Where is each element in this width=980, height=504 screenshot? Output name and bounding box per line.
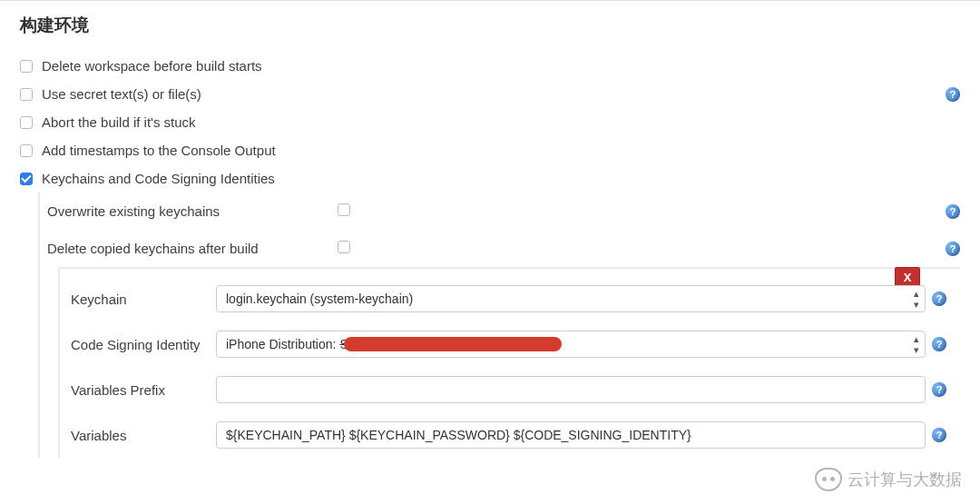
variables-label: Variables — [71, 428, 216, 443]
chevron-updown-icon: ▴▾ — [914, 289, 919, 310]
code-signing-select[interactable]: iPhone Distribution: Shanghai Lichong In… — [216, 331, 926, 358]
use-secret-checkbox[interactable] — [20, 88, 33, 101]
abort-stuck-label: Abort the build if it's stuck — [42, 114, 196, 130]
use-secret-row-wrap: Use secret text(s) or file(s) ? — [20, 80, 960, 108]
help-icon[interactable]: ? — [932, 337, 946, 351]
keychain-entry-panel: X Keychain login.keychain (system-keycha… — [58, 267, 960, 458]
variables-row: Variables ${KEYCHAIN_PATH} ${KEYCHAIN_PA… — [60, 412, 960, 458]
use-secret-label: Use secret text(s) or file(s) — [42, 86, 201, 102]
code-signing-select-value: iPhone Distribution: — [226, 337, 336, 351]
add-timestamps-row[interactable]: Add timestamps to the Console Output — [20, 136, 960, 164]
help-icon[interactable]: ? — [946, 87, 960, 102]
delete-keychains-after-row: Delete copied keychains after build ? — [40, 230, 960, 267]
variables-prefix-label: Variables Prefix — [71, 382, 216, 398]
redaction-mark — [344, 337, 562, 351]
abort-stuck-row[interactable]: Abort the build if it's stuck — [20, 108, 960, 136]
variables-input[interactable]: ${KEYCHAIN_PATH} ${KEYCHAIN_PASSWORD} ${… — [216, 421, 926, 449]
help-icon[interactable]: ? — [932, 382, 946, 397]
chevron-updown-icon: ▴▾ — [914, 334, 919, 355]
watermark-text: 云计算与大数据 — [848, 469, 962, 490]
help-icon[interactable]: ? — [932, 292, 946, 306]
code-signing-label: Code Signing Identity — [71, 337, 216, 352]
wechat-icon — [815, 468, 842, 491]
keychain-select[interactable]: login.keychain (system-keychain) ▴▾ — [216, 285, 926, 312]
watermark: 云计算与大数据 — [815, 468, 962, 491]
overwrite-keychains-label: Overwrite existing keychains — [47, 203, 338, 219]
help-icon[interactable]: ? — [946, 204, 960, 219]
keychain-select-value: login.keychain (system-keychain) — [226, 292, 413, 306]
keychain-label: Keychain — [71, 292, 216, 307]
add-timestamps-checkbox[interactable] — [20, 144, 33, 157]
variables-value: ${KEYCHAIN_PATH} ${KEYCHAIN_PASSWORD} ${… — [226, 428, 691, 442]
remove-entry-button[interactable]: X — [895, 267, 920, 287]
abort-stuck-checkbox[interactable] — [20, 116, 33, 129]
keychains-checkbox[interactable] — [20, 173, 33, 185]
section-title: 构建环境 — [20, 14, 960, 37]
help-icon[interactable]: ? — [932, 428, 946, 442]
delete-keychains-after-label: Delete copied keychains after build — [47, 241, 338, 256]
overwrite-keychains-row: Overwrite existing keychains ? — [40, 193, 960, 230]
delete-workspace-row[interactable]: Delete workspace before build starts — [20, 52, 960, 80]
keychains-sub-block: Overwrite existing keychains ? Delete co… — [38, 193, 960, 458]
delete-workspace-checkbox[interactable] — [20, 60, 33, 73]
keychains-label: Keychains and Code Signing Identities — [42, 171, 275, 186]
keychains-row[interactable]: Keychains and Code Signing Identities — [20, 164, 960, 193]
code-signing-row: Code Signing Identity iPhone Distributio… — [60, 321, 960, 367]
variables-prefix-input[interactable] — [216, 376, 926, 403]
delete-workspace-label: Delete workspace before build starts — [42, 58, 262, 74]
help-icon[interactable]: ? — [946, 242, 960, 256]
use-secret-row[interactable]: Use secret text(s) or file(s) — [20, 80, 946, 108]
variables-prefix-row: Variables Prefix ? — [60, 367, 960, 412]
keychain-row: Keychain login.keychain (system-keychain… — [60, 276, 960, 321]
add-timestamps-label: Add timestamps to the Console Output — [42, 143, 276, 158]
delete-keychains-after-checkbox[interactable] — [338, 241, 350, 253]
overwrite-keychains-checkbox[interactable] — [338, 203, 350, 216]
build-environment-section: 构建环境 Delete workspace before build start… — [0, 0, 980, 458]
